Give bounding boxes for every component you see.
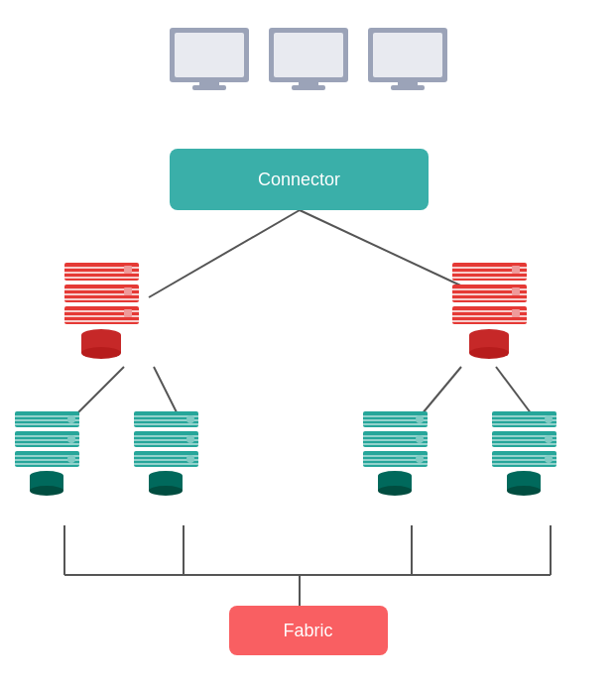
fabric-label: Fabric bbox=[283, 621, 332, 641]
svg-point-113 bbox=[378, 486, 412, 496]
svg-rect-28 bbox=[124, 266, 132, 274]
svg-rect-51 bbox=[512, 287, 520, 295]
svg-point-64 bbox=[67, 415, 75, 423]
svg-point-77 bbox=[30, 486, 63, 496]
svg-point-41 bbox=[81, 347, 121, 359]
svg-rect-33 bbox=[124, 287, 132, 295]
teal-server-rr bbox=[487, 406, 566, 510]
svg-point-100 bbox=[416, 415, 424, 423]
red-server-left bbox=[60, 258, 149, 371]
svg-rect-23 bbox=[373, 33, 442, 77]
computer-icon-2 bbox=[264, 20, 353, 99]
svg-point-123 bbox=[545, 435, 553, 443]
connector-box: Connector bbox=[170, 149, 429, 210]
svg-rect-46 bbox=[512, 266, 520, 274]
svg-point-131 bbox=[507, 486, 541, 496]
teal-server-icon-rr bbox=[487, 406, 566, 506]
red-server-right bbox=[447, 258, 537, 371]
teal-server-icon-ll bbox=[10, 406, 89, 506]
svg-rect-19 bbox=[274, 33, 343, 77]
svg-point-82 bbox=[186, 415, 194, 423]
svg-point-110 bbox=[416, 455, 424, 463]
svg-line-0 bbox=[149, 210, 300, 297]
fabric-box: Fabric bbox=[229, 606, 388, 655]
teal-server-icon-lr bbox=[129, 406, 208, 506]
computers-row bbox=[0, 20, 616, 99]
teal-server-icon-rl bbox=[358, 406, 437, 506]
diagram-container: Connector bbox=[0, 0, 616, 685]
svg-point-128 bbox=[545, 455, 553, 463]
red-server-icon-right bbox=[447, 258, 537, 367]
svg-point-105 bbox=[416, 435, 424, 443]
svg-rect-13 bbox=[192, 85, 226, 90]
svg-rect-56 bbox=[512, 309, 520, 317]
teal-server-ll bbox=[10, 406, 89, 510]
teal-server-lr bbox=[129, 406, 208, 510]
svg-rect-17 bbox=[292, 85, 325, 90]
svg-point-74 bbox=[67, 455, 75, 463]
svg-rect-15 bbox=[175, 33, 244, 77]
computer-icon-1 bbox=[165, 20, 254, 99]
svg-rect-21 bbox=[391, 85, 425, 90]
svg-point-87 bbox=[186, 435, 194, 443]
svg-point-95 bbox=[149, 486, 183, 496]
svg-point-69 bbox=[67, 435, 75, 443]
connector-label: Connector bbox=[258, 170, 340, 190]
svg-rect-38 bbox=[124, 309, 132, 317]
svg-point-92 bbox=[186, 455, 194, 463]
svg-point-59 bbox=[469, 347, 509, 359]
teal-server-rl bbox=[358, 406, 437, 510]
computer-icon-3 bbox=[363, 20, 452, 99]
svg-point-118 bbox=[545, 415, 553, 423]
red-server-icon-left bbox=[60, 258, 149, 367]
